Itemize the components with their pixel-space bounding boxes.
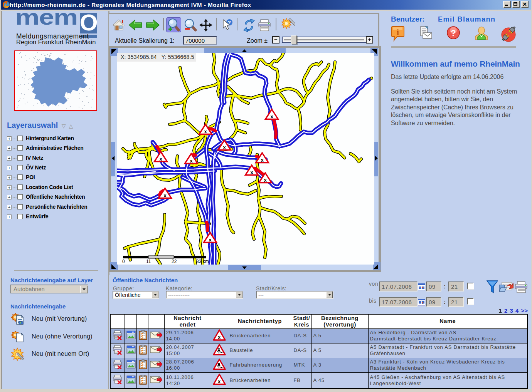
svg-text:x: x (159, 156, 162, 162)
svg-text:22: 22 (172, 259, 177, 264)
svg-text:33 km: 33 km (196, 259, 209, 264)
svg-text:i: i (397, 28, 399, 37)
svg-text:x: x (264, 177, 267, 183)
svg-text:x: x (223, 144, 226, 150)
svg-text:x: x (190, 158, 193, 164)
svg-text:x: x (270, 114, 273, 119)
svg-text:x: x (218, 379, 221, 384)
svg-text:0: 0 (122, 259, 125, 264)
svg-text:x: x (163, 193, 167, 198)
svg-text:x: x (261, 157, 264, 163)
svg-text:?: ? (451, 28, 456, 38)
svg-text:x: x (209, 237, 212, 243)
svg-text:11: 11 (146, 259, 151, 264)
svg-text:x: x (204, 129, 207, 134)
svg-text:x: x (250, 169, 253, 175)
svg-text:x: x (218, 334, 221, 340)
